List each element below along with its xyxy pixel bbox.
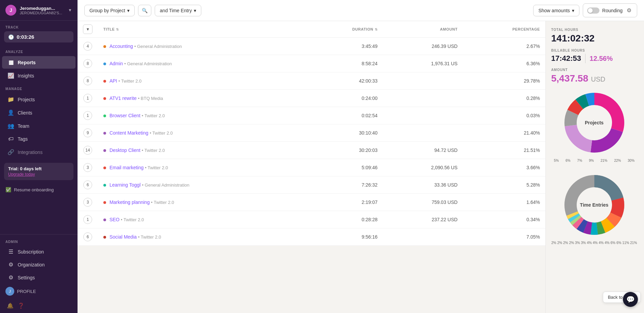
project-dot [103,219,106,221]
row-duration-cell: 2:19:07 [306,194,383,211]
row-count: 8 [83,76,92,85]
table-row[interactable]: 3 Marketing planning • Twitter 2.0 2:19:… [78,194,545,211]
row-title-cell: Content Marketing • Twitter 2.0 [98,124,306,142]
chevron-icon: ▾ [194,8,196,13]
row-title-cell: Desktop Client • Twitter 2.0 [98,142,306,159]
billable-hours-row: 17:42:53 12.56% [551,54,637,63]
row-title-cell: SEO • Twitter 2.0 [98,211,306,228]
project-link[interactable]: API [109,78,117,84]
project-dot [103,115,106,117]
sidebar-item-team[interactable]: 👥 Team [2,120,75,132]
upgrade-link[interactable]: Upgrade today [8,172,69,177]
row-amount-cell [383,107,463,124]
sidebar-item-settings[interactable]: ⚙ Settings [2,271,75,284]
row-duration-cell: 42:00:33 [306,72,383,90]
project-link[interactable]: Email marketing [109,165,143,170]
project-dot [103,97,106,100]
table-row[interactable]: 1 SEO • Twitter 2.0 0:28:28 237.22 USD 0… [78,211,545,228]
time-entries-chart: Time Entries 2% 2% 2% 2% 3% 3% 4% 4% 4% … [551,171,637,245]
row-count-cell: 8 [78,72,98,90]
table-row[interactable]: 4 Accounting • General Administration 3:… [78,38,545,55]
row-count-cell: 1 [78,107,98,124]
sidebar-item-tags[interactable]: 🏷 Tags [2,133,75,145]
sidebar-item-projects[interactable]: 📁 Projects [2,93,75,106]
rounding-settings-button[interactable]: ⚙ [625,6,633,15]
table-wrapper[interactable]: ▾ TITLE ⇅ DURATION ⇅ [78,21,545,313]
main-content: Group by Project ▾ 🔍 and Time Entry ▾ Sh… [78,0,644,313]
project-link[interactable]: Social Media [109,234,137,240]
row-count: 8 [83,59,92,68]
sidebar-item-clients[interactable]: 👤 Clients [2,106,75,119]
row-count: 1 [83,94,92,103]
project-link[interactable]: Admin [109,61,123,66]
track-time-value: 0:03:26 [17,34,34,40]
title-header[interactable]: TITLE ⇅ [98,21,306,38]
percentage-header: PERCENTAGE [463,21,545,38]
table-row[interactable]: 1 Browser Client • Twitter 2.0 0:02:54 0… [78,107,545,124]
row-amount-cell: 1,976.31 US [383,55,463,72]
row-count: 14 [83,146,92,155]
bell-icon[interactable]: 🔔 [5,301,15,310]
amount-currency: USD [591,75,605,83]
sidebar-item-reports[interactable]: ▦ Reports [2,56,75,69]
amount-header: AMOUNT [383,21,463,38]
duration-header[interactable]: DURATION ⇅ [306,21,383,38]
collapse-button[interactable]: ▾ [83,24,92,34]
row-percentage-cell: 2.67% [463,38,545,55]
sidebar-item-insights[interactable]: 📈 Insights [2,69,75,82]
profile-row[interactable]: J PROFILE [0,284,78,298]
sidebar-item-label: Integrations [18,150,43,155]
group-by-button[interactable]: Group by Project ▾ [84,5,135,16]
integrations-icon: 🔗 [7,149,14,155]
project-link[interactable]: Accounting [109,44,133,49]
chat-icon: 💬 [626,295,635,303]
help-icon[interactable]: ❓ [16,301,26,310]
sidebar-header[interactable]: J Jeromeduggan... JEROMEDUGGAN82'S... ▼ [0,0,78,21]
projects-icon: 📁 [7,96,14,103]
project-link[interactable]: Marketing planning [109,199,150,205]
project-link[interactable]: Learning Toggl [109,182,141,188]
rounding-toggle[interactable] [587,7,599,14]
table-row[interactable]: 3 Email marketing • Twitter 2.0 5:09:46 … [78,159,545,176]
table-row[interactable]: 6 Learning Toggl • General Administratio… [78,176,545,194]
row-percentage-cell: 6.36% [463,55,545,72]
projects-donut: Projects [560,89,628,157]
sidebar-item-label: Organization [18,262,45,267]
rounding-label: Rounding [602,8,623,13]
project-dot [103,236,106,239]
timer-display[interactable]: 🕐 0:03:26 [4,31,73,42]
tags-icon: 🏷 [7,136,14,142]
sidebar-item-subscription[interactable]: ☰ Subscription [2,245,75,258]
row-count-cell: 4 [78,38,98,55]
client-text: • General Administration [134,44,182,49]
project-link[interactable]: ATV1 rewrite [109,95,137,101]
show-amounts-button[interactable]: Show amounts ▾ [533,5,579,16]
time-entry-button[interactable]: and Time Entry ▾ [155,5,201,16]
profile-label: PROFILE [17,289,36,294]
sidebar-item-organization[interactable]: ⚙ Organization [2,258,75,271]
project-link[interactable]: Content Marketing [109,130,148,136]
project-link[interactable]: Desktop Client [109,147,140,153]
chat-button[interactable]: 💬 [623,292,638,307]
table-row[interactable]: 9 Content Marketing • Twitter 2.0 30:10:… [78,124,545,142]
row-amount-cell: 2,090.56 US [383,159,463,176]
table-row[interactable]: 8 API • Twitter 2.0 42:00:33 29.78% [78,72,545,90]
table-row[interactable]: 1 ATV1 rewrite • BTQ Media 0:24:00 0.28% [78,90,545,107]
row-amount-cell [383,124,463,142]
client-text: • Twitter 2.0 [142,113,165,118]
sidebar-item-integrations[interactable]: 🔗 Integrations [2,146,75,158]
client-text: • Twitter 2.0 [151,200,174,205]
row-count-cell: 3 [78,194,98,211]
project-link[interactable]: SEO [109,217,120,222]
row-title-cell: Admin • General Administration [98,55,306,72]
content-area: ▾ TITLE ⇅ DURATION ⇅ [78,21,644,313]
table-row[interactable]: 8 Admin • General Administration 8:58:24… [78,55,545,72]
row-duration-cell: 0:28:28 [306,211,383,228]
sidebar-username: Jeromeduggan... [20,6,65,11]
table-row[interactable]: 14 Desktop Client • Twitter 2.0 30:20:03… [78,142,545,159]
resume-onboarding[interactable]: ✅ Resume onboarding [0,184,78,195]
table-row[interactable]: 6 Social Media • Twitter 2.0 9:56:16 7.0… [78,228,545,246]
insights-icon: 📈 [7,72,14,79]
project-link[interactable]: Browser Client [109,113,140,118]
search-button[interactable]: 🔍 [138,5,151,16]
